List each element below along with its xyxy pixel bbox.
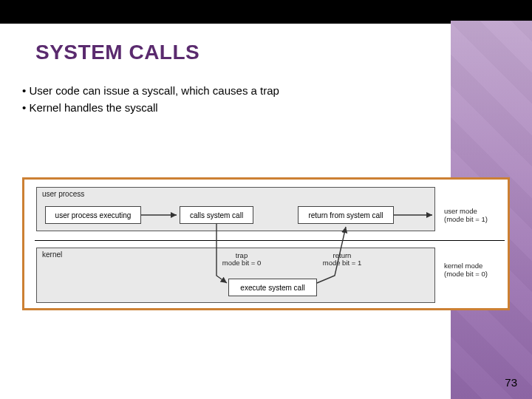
- slide-title: SYSTEM CALLS: [35, 41, 200, 64]
- user-mode-label: user mode (mode bit = 1): [444, 208, 488, 224]
- return-label: return mode bit = 1: [313, 252, 372, 267]
- user-mode-line2: (mode bit = 1): [444, 215, 488, 223]
- user-region-label: user process: [42, 190, 84, 198]
- trap-label: trap mode bit = 0: [212, 252, 271, 267]
- return-label-line2: mode bit = 1: [323, 259, 362, 267]
- syscall-diagram: user process kernel user process executi…: [22, 177, 510, 310]
- bullet-item: Kernel handles the syscall: [22, 100, 279, 115]
- kernel-mode-line1: kernel mode: [444, 262, 482, 270]
- kernel-mode-line2: (mode bit = 0): [444, 270, 488, 278]
- trap-label-line2: mode bit = 0: [222, 259, 262, 267]
- user-mode-line1: user mode: [444, 207, 477, 215]
- trap-label-line1: trap: [236, 251, 248, 259]
- bullet-item: User code can issue a syscall, which cau…: [22, 83, 279, 98]
- kernel-region-label: kernel: [42, 250, 62, 259]
- box-user-exec: user process executing: [45, 206, 141, 224]
- box-user-return: return from system call: [298, 206, 394, 224]
- box-user-call: calls system call: [180, 206, 253, 224]
- page-number: 73: [505, 376, 517, 389]
- mode-separator: [35, 240, 505, 241]
- kernel-mode-label: kernel mode (mode bit = 0): [444, 262, 488, 279]
- return-label-line1: return: [333, 251, 352, 259]
- bullet-list: User code can issue a syscall, which cau…: [22, 83, 279, 117]
- box-kernel-exec: execute system call: [228, 279, 317, 296]
